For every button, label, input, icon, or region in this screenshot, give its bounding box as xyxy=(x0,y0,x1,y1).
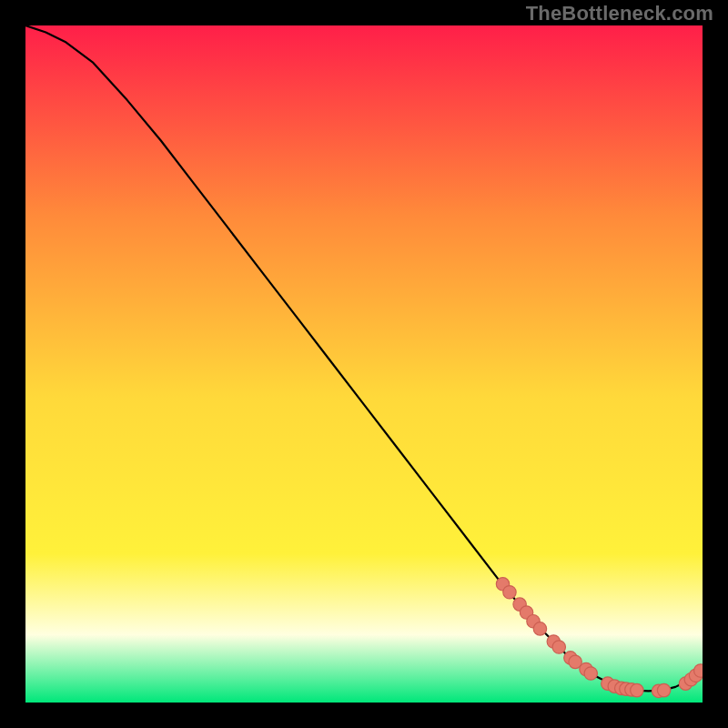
chart-frame: TheBottleneck.com xyxy=(0,0,728,728)
data-marker xyxy=(631,683,643,696)
data-marker xyxy=(584,667,597,680)
data-marker xyxy=(533,622,546,635)
watermark-text: TheBottleneck.com xyxy=(526,2,713,25)
data-marker xyxy=(657,683,670,696)
data-marker xyxy=(503,586,516,599)
gradient-background xyxy=(25,25,703,703)
chart-svg xyxy=(25,25,703,703)
data-marker xyxy=(552,641,565,653)
plot-area xyxy=(25,25,703,703)
data-marker xyxy=(694,664,703,677)
